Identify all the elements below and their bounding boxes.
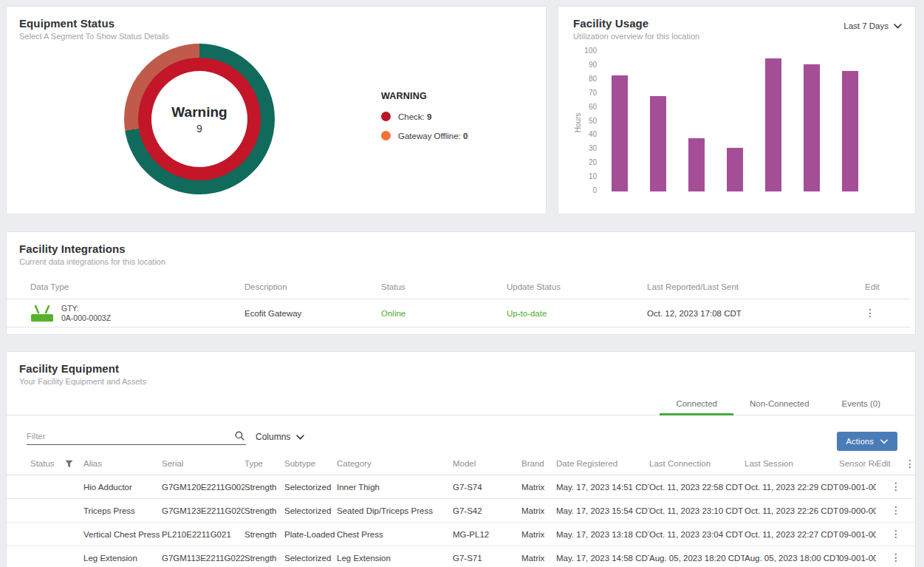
- usage-bar[interactable]: [612, 75, 628, 191]
- col-header-last-reported: Last Reported/Last Sent: [647, 276, 865, 299]
- legend-check-value: 9: [427, 112, 431, 121]
- cell-category: Leg Extension: [337, 546, 453, 567]
- cell-alias: Leg Extension: [83, 546, 162, 567]
- legend-item-gateway-offline: Gateway Offline: 0: [381, 131, 544, 140]
- cell-last-session: Oct. 11, 2023 22:27 CDT: [745, 523, 839, 546]
- col-header-status: Status: [30, 459, 55, 468]
- cell-type: Strength: [244, 546, 284, 567]
- cell-subtype: Selectorized: [284, 475, 337, 499]
- col-header-alias: Alias: [83, 459, 162, 475]
- cell-category: Inner Thigh: [337, 475, 453, 499]
- col-header-model: Model: [453, 459, 521, 475]
- cell-sensor-rel: 09-001-00: [839, 523, 876, 546]
- facility-integrations-subtitle: Current data integrations for this locat…: [19, 257, 915, 266]
- col-header-update-status: Update Status: [507, 276, 647, 299]
- col-header-subtype: Subtype: [284, 459, 337, 475]
- status-donut-inner-ring[interactable]: Warning 9: [138, 58, 261, 180]
- y-tick-label: 70: [558, 89, 597, 97]
- cell-sensor-rel: 09-001-00: [839, 475, 876, 499]
- usage-bar[interactable]: [650, 96, 666, 191]
- col-header-last-connection: Last Connection: [649, 459, 745, 475]
- tab-events[interactable]: Events (0): [826, 393, 897, 415]
- y-tick-label: 100: [558, 47, 597, 55]
- col-header-edit: Edit: [865, 276, 911, 299]
- actions-button[interactable]: Actions: [837, 432, 897, 451]
- integration-row[interactable]: GTY: 0A-000-0003Z Ecofit Gateway Online …: [7, 299, 911, 327]
- cell-last-connection: Oct. 11, 2023 23:04 CDT: [649, 523, 745, 546]
- col-header-brand: Brand: [521, 459, 556, 475]
- y-tick-label: 50: [558, 118, 597, 125]
- usage-bar[interactable]: [765, 58, 781, 191]
- col-header-last-session: Last Session: [745, 459, 839, 475]
- cell-alias: Triceps Press: [83, 499, 162, 523]
- y-tick-label: 80: [558, 75, 597, 83]
- cell-date-registered: May. 17, 2023 15:54 CDT: [556, 499, 649, 523]
- legend-gateway-value: 0: [463, 132, 468, 140]
- cell-sensor-rel: 09-000-00: [839, 499, 876, 523]
- cell-brand: Matrix: [521, 523, 556, 546]
- cell-serial: G7GM113E2211G022: [162, 546, 244, 567]
- equipment-row[interactable]: Vertical Chest PressPL210E2211G021Streng…: [7, 523, 916, 546]
- status-legend: WARNING Check: 9 Gateway Offline: 0: [381, 91, 544, 150]
- col-header-sensor-rel: Sensor Rel: [839, 459, 876, 475]
- usage-bar[interactable]: [727, 148, 743, 191]
- cell-date-registered: May. 17, 2023 13:18 CDT: [556, 523, 649, 546]
- row-edit-kebab-icon[interactable]: ⋮: [891, 551, 901, 563]
- check-dot-icon: [381, 112, 391, 121]
- facility-integrations-card: Facility Integrations Current data integ…: [6, 231, 916, 335]
- integration-edit-kebab-icon[interactable]: ⋮: [865, 307, 875, 319]
- dashboard: Equipment Status Select A Segment To Sho…: [0, 0, 924, 567]
- legend-heading: WARNING: [381, 91, 544, 101]
- integration-update-status: Up-to-date: [507, 299, 647, 327]
- cell-last-connection: Aug. 05, 2023 18:20 CDT: [649, 546, 745, 567]
- equipment-row[interactable]: Triceps PressG7GM123E2211G020StrengthSel…: [7, 499, 916, 523]
- cell-brand: Matrix: [521, 546, 556, 567]
- donut-center-value: 9: [196, 123, 202, 135]
- facility-equipment-card: Facility Equipment Your Facility Equipme…: [6, 351, 916, 567]
- columns-label: Columns: [256, 432, 290, 442]
- date-range-selector[interactable]: Last 7 Days: [843, 21, 902, 30]
- cell-brand: Matrix: [521, 499, 556, 523]
- y-tick-label: 90: [558, 61, 597, 69]
- cell-type: Strength: [244, 499, 284, 523]
- cell-last-connection: Oct. 11, 2023 23:10 CDT: [649, 499, 745, 523]
- status-donut-chart[interactable]: Warning 9: [124, 44, 275, 194]
- usage-bar[interactable]: [804, 64, 820, 191]
- cell-model: G7-S42: [453, 499, 521, 523]
- header-kebab-icon[interactable]: ⋮: [905, 460, 915, 467]
- y-tick-label: 60: [558, 103, 597, 111]
- equipment-status-title: Equipment Status: [19, 17, 546, 30]
- row-edit-kebab-icon[interactable]: ⋮: [891, 528, 901, 540]
- filter-funnel-icon[interactable]: [65, 460, 73, 468]
- usage-bar[interactable]: [842, 71, 858, 191]
- row-edit-kebab-icon[interactable]: ⋮: [891, 481, 901, 492]
- integration-description: Ecofit Gateway: [244, 299, 381, 327]
- cell-sensor-rel: 09-001-00: [839, 546, 876, 567]
- cell-date-registered: May. 17, 2023 14:58 CDT: [556, 546, 649, 567]
- equipment-row[interactable]: Leg ExtensionG7GM113E2211G022StrengthSel…: [7, 546, 916, 567]
- cell-type: Strength: [244, 475, 284, 499]
- cell-serial: G7GM120E2211G002: [162, 475, 244, 499]
- row-edit-kebab-icon[interactable]: ⋮: [891, 504, 901, 516]
- y-tick-label: 20: [558, 159, 597, 166]
- cell-type: Strength: [244, 523, 284, 546]
- tab-connected[interactable]: Connected: [660, 393, 733, 415]
- usage-bar[interactable]: [688, 138, 705, 191]
- y-tick-label: 0: [558, 187, 597, 194]
- equipment-controls: Columns Actions: [27, 426, 897, 452]
- integrations-table: Data Type Description Status Update Stat…: [7, 276, 911, 327]
- gateway-offline-dot-icon: [381, 131, 391, 140]
- tab-non-connected[interactable]: Non-Connected: [733, 393, 826, 415]
- status-donut-center: Warning 9: [151, 71, 247, 167]
- legend-item-check: Check: 9: [381, 112, 544, 121]
- cell-serial: PL210E2211G021: [162, 523, 244, 546]
- usage-bars: [603, 52, 906, 191]
- cell-brand: Matrix: [521, 475, 556, 499]
- columns-dropdown[interactable]: Columns: [256, 432, 304, 442]
- col-header-edit: Edit: [876, 459, 891, 468]
- cell-serial: G7GM123E2211G020: [162, 499, 244, 523]
- filter-input[interactable]: [27, 430, 227, 443]
- cell-subtype: Selectorized: [284, 499, 337, 523]
- equipment-row[interactable]: Hio AdductorG7GM120E2211G002StrengthSele…: [7, 475, 916, 499]
- cell-date-registered: May. 17, 2023 14:51 CDT: [556, 475, 649, 499]
